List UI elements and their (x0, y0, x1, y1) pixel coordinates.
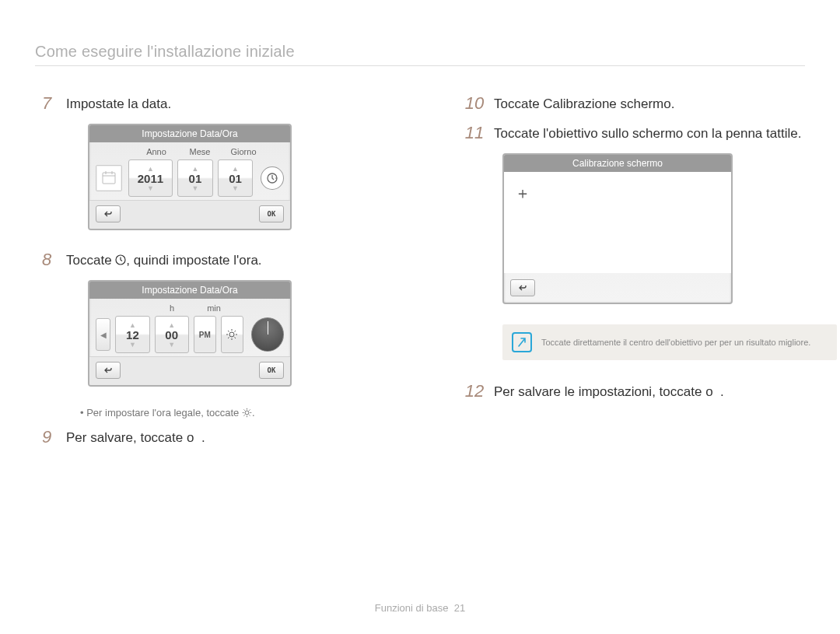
step-11: 11 Toccate l'obiettivo sullo schermo con… (463, 124, 805, 142)
ok-button[interactable]: OK (259, 205, 284, 222)
svg-line-11 (228, 331, 229, 332)
page-footer: Funzioni di base 21 (0, 602, 840, 614)
panel-body: Anno Mese Giorno ▲2011▼ ▲01▼ ▲01▼ (89, 142, 290, 200)
page: Come eseguire l'installazione iniziale 7… (0, 0, 840, 634)
clock-face-icon (251, 317, 284, 352)
date-mode-button[interactable]: ◀ (96, 318, 110, 351)
clock-icon (115, 254, 126, 269)
panel-title: Impostazione Data/Ora (89, 125, 290, 142)
clock-mode-icon[interactable] (261, 166, 284, 190)
year-tile[interactable]: ▲2011▼ (128, 159, 173, 197)
step-text: Toccate Calibrazione schermo. (494, 94, 805, 112)
step-9: 9 Per salvare, toccate o . (35, 428, 377, 447)
date-panel: Impostazione Data/Ora Anno Mese Giorno ▲… (88, 124, 292, 230)
panel-footer: OK (89, 200, 290, 229)
step-10: 10 Toccate Calibrazione schermo. (463, 94, 805, 113)
svg-line-13 (228, 338, 229, 339)
svg-line-12 (235, 338, 236, 339)
tip-text: Toccate direttamente il centro dell'obie… (541, 338, 810, 347)
svg-point-15 (245, 411, 249, 415)
ok-button[interactable]: OK (259, 362, 284, 379)
dst-tile[interactable] (221, 316, 243, 353)
panel-footer: OK (89, 356, 290, 385)
step-number: 9 (35, 428, 58, 447)
right-column: 10 Toccate Calibrazione schermo. 11 Tocc… (463, 94, 805, 457)
svg-point-6 (229, 332, 234, 337)
time-tiles: ◀ ▲12▼ ▲00▼ PM (96, 316, 284, 353)
calibration-area[interactable]: ＋ (504, 172, 731, 273)
ampm-tile[interactable]: PM (194, 316, 216, 353)
info-icon (512, 332, 532, 352)
back-button[interactable] (96, 362, 121, 379)
svg-line-22 (243, 415, 244, 415)
step-number: 10 (463, 94, 486, 113)
step-number: 12 (463, 382, 486, 401)
calendar-icon (96, 165, 122, 191)
label-year: Anno (140, 147, 173, 156)
step-12: 12 Per salvare le impostazioni, toccate … (463, 382, 805, 401)
back-button[interactable] (510, 279, 535, 296)
step-text: Toccate , quindi impostate l'ora. (66, 250, 377, 269)
step-8: 8 Toccate , quindi impostate l'ora. (35, 250, 377, 269)
left-column: 7 Impostate la data. Impostazione Data/O… (35, 94, 377, 457)
minute-tile[interactable]: ▲00▼ (155, 316, 189, 353)
time-panel: Impostazione Data/Ora h min ◀ ▲12▼ ▲00▼ … (88, 280, 292, 387)
step-number: 11 (463, 124, 486, 142)
section-title: Come eseguire l'installazione iniziale (35, 43, 805, 66)
back-button[interactable] (96, 205, 121, 222)
svg-line-14 (235, 331, 236, 332)
panel-title: Impostazione Data/Ora (89, 282, 290, 299)
date-tiles: ▲2011▼ ▲01▼ ▲01▼ (96, 159, 284, 197)
target-icon[interactable]: ＋ (515, 183, 530, 204)
columns: 7 Impostate la data. Impostazione Data/O… (35, 94, 805, 457)
panel-body: h min ◀ ▲12▼ ▲00▼ PM (89, 299, 290, 356)
label-h: h (156, 303, 187, 313)
svg-line-20 (243, 409, 244, 410)
step-7: 7 Impostate la data. (35, 94, 377, 113)
dst-icon (242, 408, 252, 420)
step-number: 8 (35, 250, 58, 269)
date-labels: Anno Mese Giorno (96, 147, 284, 156)
tip-box: Toccate direttamente il centro dell'obie… (502, 324, 837, 360)
step-text: Per salvare, toccate o . (66, 428, 377, 446)
step-text: Toccate l'obiettivo sullo schermo con la… (494, 124, 805, 142)
step-text: Impostate la data. (66, 94, 377, 112)
step-number: 7 (35, 94, 58, 113)
month-tile[interactable]: ▲01▼ (177, 159, 213, 197)
day-tile[interactable]: ▲01▼ (218, 159, 254, 197)
time-labels: h min (96, 303, 284, 313)
svg-line-21 (249, 415, 250, 415)
svg-rect-0 (103, 173, 115, 184)
panel-footer (504, 273, 731, 303)
panel-title: Calibrazione schermo (504, 155, 731, 172)
label-month: Mese (184, 147, 216, 156)
svg-line-23 (249, 409, 250, 410)
dst-note: • Per impostare l'ora legale, toccate . (80, 407, 377, 420)
label-day: Giorno (227, 147, 260, 156)
hour-tile[interactable]: ▲12▼ (115, 316, 149, 353)
calibration-panel: Calibrazione schermo ＋ (502, 153, 733, 304)
label-min: min (198, 303, 229, 313)
step-text: Per salvare le impostazioni, toccate o . (494, 382, 805, 400)
